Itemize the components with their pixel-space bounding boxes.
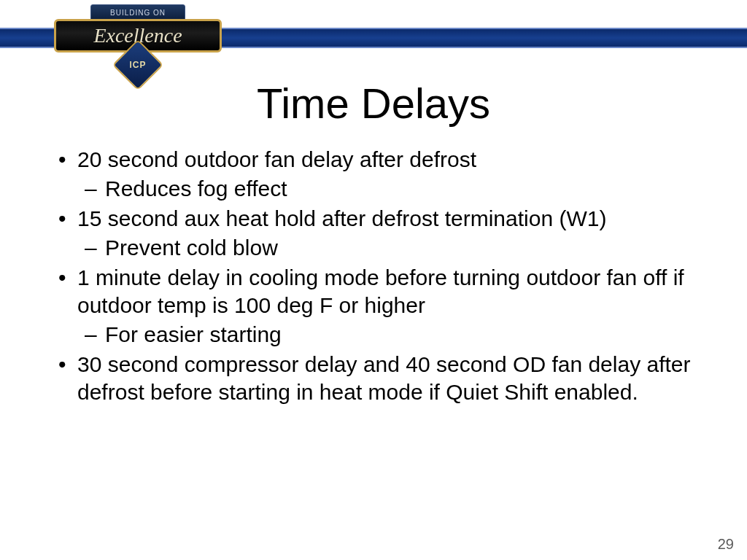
list-item: 15 second aux heat hold after defrost te… bbox=[51, 205, 703, 233]
list-item: 20 second outdoor fan delay after defros… bbox=[51, 146, 703, 174]
logo-badge: ICP bbox=[120, 47, 156, 83]
list-item: 1 minute delay in cooling mode before tu… bbox=[51, 264, 703, 320]
list-item: Reduces fog effect bbox=[51, 175, 703, 203]
logo-top-label: BUILDING ON bbox=[90, 4, 185, 20]
list-item: 30 second compressor delay and 40 second… bbox=[51, 351, 703, 407]
bullet-list: 20 second outdoor fan delay after defros… bbox=[51, 146, 703, 407]
brand-logo: BUILDING ON Excellence ICP bbox=[54, 0, 222, 79]
slide: BUILDING ON Excellence ICP Time Delays 2… bbox=[0, 0, 747, 560]
slide-body: 20 second outdoor fan delay after defros… bbox=[51, 146, 703, 408]
page-number: 29 bbox=[718, 536, 734, 553]
logo-badge-text: ICP bbox=[120, 47, 156, 83]
slide-title: Time Delays bbox=[0, 79, 747, 128]
list-item: For easier starting bbox=[51, 321, 703, 349]
list-item: Prevent cold blow bbox=[51, 234, 703, 262]
